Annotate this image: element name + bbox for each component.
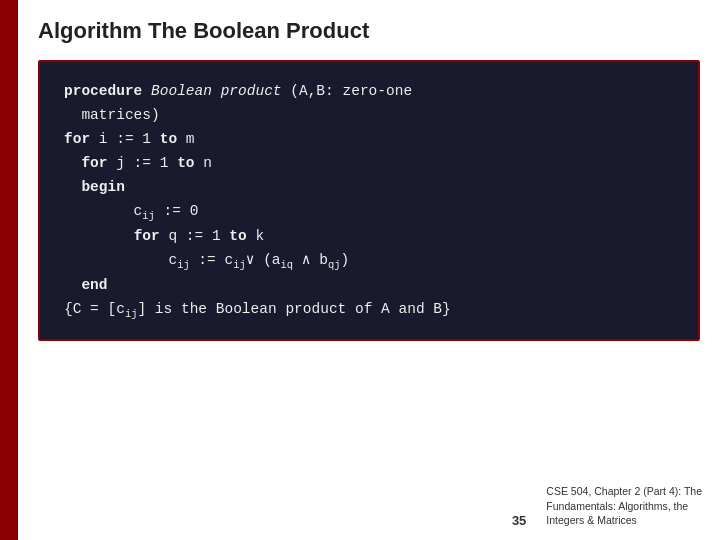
code-line-7: for q := 1 to k xyxy=(64,225,674,249)
code-line-1: procedure Boolean product (A,B: zero-one… xyxy=(64,80,674,128)
footer-reference: CSE 504, Chapter 2 (Part 4): The Fundame… xyxy=(546,484,702,528)
footer-ref-line1: CSE 504, Chapter 2 (Part 4): The xyxy=(546,485,702,497)
page-title: Algorithm The Boolean Product xyxy=(38,18,700,44)
footer-ref-line3: Integers & Matrices xyxy=(546,514,636,526)
code-line-10: {C = [cij] is the Boolean product of A a… xyxy=(64,298,674,323)
footer-ref-line2: Fundamentals: Algorithms, the xyxy=(546,500,688,512)
code-line-4: for j := 1 to n xyxy=(64,152,674,176)
code-line-3: for i := 1 to m xyxy=(64,128,674,152)
main-content: Algorithm The Boolean Product procedure … xyxy=(18,0,720,540)
code-line-6: cij := 0 xyxy=(64,200,674,225)
code-line-9: end xyxy=(64,274,674,298)
footer: 35 CSE 504, Chapter 2 (Part 4): The Fund… xyxy=(512,484,702,528)
left-accent-bar xyxy=(0,0,18,540)
code-line-8: cij := cij∨ (aiq ∧ bqj) xyxy=(64,249,674,274)
page-number: 35 xyxy=(512,513,526,528)
code-block: procedure Boolean product (A,B: zero-one… xyxy=(38,60,700,341)
code-line-5: begin xyxy=(64,176,674,200)
